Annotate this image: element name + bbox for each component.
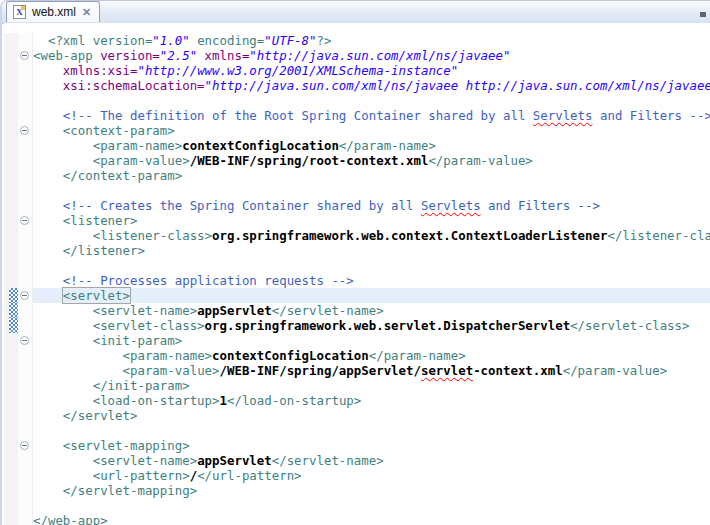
fold-gutter [18,168,33,183]
marker-gutter [4,123,18,138]
marker-gutter [4,363,18,378]
marker-gutter [4,333,18,348]
marker-gutter [4,513,18,525]
code-line: </web-app> [4,513,710,525]
code-line: <param-value>/WEB-INF/spring/root-contex… [4,153,710,168]
range-indicator-marker [4,288,18,303]
code-line [4,423,710,438]
code-text: <listener> [33,213,710,228]
code-line: <listener> [4,213,710,228]
marker-gutter [4,408,18,423]
marker-gutter [4,63,18,78]
marker-gutter [4,108,18,123]
marker-gutter [4,213,18,228]
code-text: </listener> [33,243,710,258]
code-text: <!-- The definition of the Root Spring C… [33,108,710,123]
code-text [33,423,710,438]
marker-gutter [4,348,18,363]
code-line [4,498,710,513]
fold-gutter [18,108,33,123]
marker-gutter [4,138,18,153]
code-line: <!-- Creates the Spring Container shared… [4,198,710,213]
marker-gutter [4,498,18,513]
code-text: <url-pattern>/</url-pattern> [33,468,710,483]
tab-close-icon[interactable]: ✕ [82,7,91,18]
marker-gutter [4,393,18,408]
code-line: </listener> [4,243,710,258]
xml-icon-letter: X [16,7,23,17]
fold-gutter [18,63,33,78]
range-indicator-marker [4,318,18,333]
text-caret [130,290,131,302]
collapse-minus-icon[interactable] [20,51,29,60]
code-text: <servlet-mapping> [33,438,710,453]
fold-gutter [18,438,33,453]
fold-gutter [18,33,33,48]
code-text: </context-param> [33,168,710,183]
fold-gutter [18,363,33,378]
code-text: <!-- Creates the Spring Container shared… [33,198,710,213]
collapse-minus-icon[interactable] [20,291,29,300]
fold-gutter [18,183,33,198]
code-line [4,93,710,108]
code-line [4,258,710,273]
code-text: </web-app> [33,513,710,525]
code-text: <init-param> [33,333,710,348]
code-text: <web-app version="2.5" xmlns="http://jav… [33,48,710,63]
collapse-minus-icon[interactable] [20,336,29,345]
tab-web-xml[interactable]: X web.xml ✕ [6,1,100,22]
code-line: <listener-class>org.springframework.web.… [4,228,710,243]
fold-gutter [18,273,33,288]
marker-gutter [4,168,18,183]
fold-gutter [18,48,33,63]
editor-window: X web.xml ✕ <?xml version="1.0" encoding… [0,0,710,525]
fold-gutter [18,393,33,408]
marker-gutter [4,483,18,498]
fold-gutter [18,348,33,363]
code-text: <param-name>contextConfigLocation</param… [33,348,710,363]
code-line: <param-value>/WEB-INF/spring/appServlet/… [4,363,710,378]
code-line: <!-- The definition of the Root Spring C… [4,108,710,123]
fold-gutter [18,288,33,303]
fold-gutter [18,453,33,468]
code-text: <param-name>contextConfigLocation</param… [33,138,710,153]
fold-gutter [18,198,33,213]
code-line: <context-param> [4,123,710,138]
fold-gutter [18,243,33,258]
fold-gutter [18,303,33,318]
code-line: <!-- Processes application requests --> [4,273,710,288]
marker-gutter [4,183,18,198]
collapse-minus-icon[interactable] [20,216,29,225]
code-text: <load-on-startup>1</load-on-startup> [33,393,710,408]
editor-content: <?xml version="1.0" encoding="UTF-8"?><w… [4,33,710,525]
marker-gutter [4,453,18,468]
code-line: <servlet> [4,288,710,303]
code-line: <url-pattern>/</url-pattern> [4,468,710,483]
code-line: </context-param> [4,168,710,183]
collapse-minus-icon[interactable] [20,126,29,135]
code-text [33,258,710,273]
fold-gutter [18,153,33,168]
range-indicator-marker [4,303,18,318]
marker-gutter [4,423,18,438]
code-line: </servlet-mapping> [4,483,710,498]
editor-area[interactable]: <?xml version="1.0" encoding="UTF-8"?><w… [4,23,710,525]
fold-gutter [18,498,33,513]
editor-tab-bar: X web.xml ✕ [2,1,710,24]
collapse-minus-icon[interactable] [20,441,29,450]
code-text: <listener-class>org.springframework.web.… [33,228,710,243]
code-text [33,498,710,513]
fold-gutter [18,483,33,498]
code-text: </init-param> [33,378,710,393]
code-line: </servlet> [4,408,710,423]
fold-gutter [18,93,33,108]
code-text: <servlet-class>org.springframework.web.s… [33,318,710,333]
view-menu-icon[interactable] [700,12,706,17]
code-text: </servlet-mapping> [33,483,710,498]
code-line: <servlet-name>appServlet</servlet-name> [4,453,710,468]
code-text: </servlet> [33,408,710,423]
marker-gutter [4,438,18,453]
fold-gutter [18,333,33,348]
code-text: <?xml version="1.0" encoding="UTF-8"?> [33,33,710,48]
code-text: <param-value>/WEB-INF/spring/appServlet/… [33,363,710,378]
